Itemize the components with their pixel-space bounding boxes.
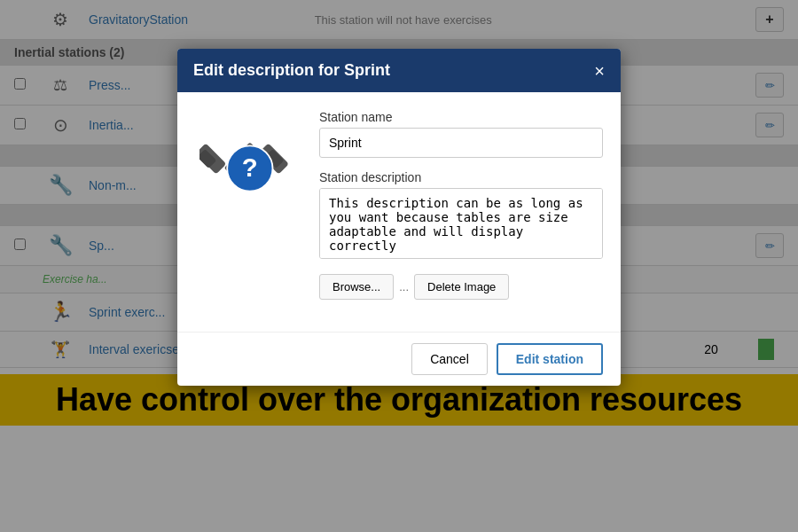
modal-icon-area: ? (195, 110, 301, 314)
station-desc-textarea[interactable]: This description can be as long as you w… (319, 188, 603, 259)
modal-body: ? Station name Station description This … (177, 92, 621, 332)
cancel-button[interactable]: Cancel (411, 343, 488, 375)
station-name-input[interactable] (319, 128, 603, 158)
station-image-icon: ? (200, 110, 297, 207)
browse-button[interactable]: Browse... (319, 274, 394, 300)
station-desc-label: Station description (319, 170, 603, 184)
file-ellipsis: ... (399, 280, 409, 293)
modal-header: Edit description for Sprint × (177, 49, 621, 92)
modal-title: Edit description for Sprint (193, 61, 390, 80)
edit-description-modal: Edit description for Sprint × ? (177, 49, 621, 386)
station-name-label: Station name (319, 110, 603, 124)
station-name-group: Station name (319, 110, 603, 158)
modal-footer: Cancel Edit station (177, 332, 621, 386)
station-desc-group: Station description This description can… (319, 170, 603, 262)
modal-close-button[interactable]: × (594, 62, 605, 80)
file-upload-row: Browse... ... Delete Image (319, 274, 603, 300)
modal-form: Station name Station description This de… (319, 110, 603, 314)
edit-station-button[interactable]: Edit station (497, 343, 603, 375)
delete-image-button[interactable]: Delete Image (414, 274, 509, 300)
svg-text:?: ? (242, 153, 258, 182)
